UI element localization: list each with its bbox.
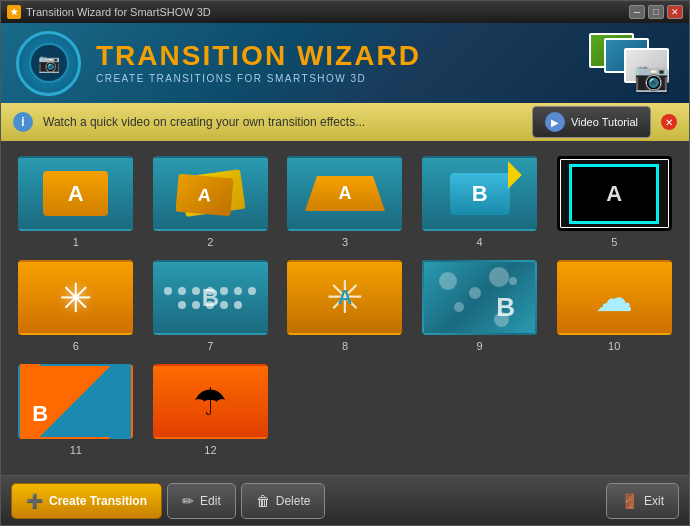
maximize-button[interactable]: □ [648,5,664,19]
transition-label-3: 3 [342,236,348,248]
main-content: A 1 A A 2 A 3 [1,141,689,475]
transition-label-2: 2 [207,236,213,248]
transition-thumb-10[interactable]: ☁ [557,260,672,335]
close-button[interactable]: ✕ [667,5,683,19]
edit-label: Edit [200,494,221,508]
transition-label-11: 11 [70,444,82,456]
info-bar: i Watch a quick video on creating your o… [1,103,689,141]
delete-icon: 🗑 [256,493,270,509]
delete-label: Delete [276,494,311,508]
exit-label: Exit [644,494,664,508]
info-icon: i [13,112,33,132]
list-item[interactable]: A A 2 [151,156,271,248]
transition-thumb-11[interactable]: B [18,364,133,439]
list-item[interactable]: ☁ 10 [554,260,674,352]
list-item[interactable]: ✳ 6 [16,260,136,352]
title-bar: ★ Transition Wizard for SmartSHOW 3D ─ □… [1,1,689,23]
transition-label-1: 1 [73,236,79,248]
transition-label-5: 5 [611,236,617,248]
video-icon: ▶ [545,112,565,132]
list-item[interactable]: B 9 [420,260,540,352]
transition-label-12: 12 [204,444,216,456]
footer: ➕ Create Transition ✏ Edit 🗑 Delete 🚪 Ex… [1,475,689,525]
transition-label-9: 9 [477,340,483,352]
transition-thumb-5[interactable]: A [557,156,672,231]
create-transition-label: Create Transition [49,494,147,508]
header-title-block: TRANSITION WIZARD CREATE TRANSITIONS FOR… [96,42,421,84]
info-message: Watch a quick video on creating your own… [43,115,522,129]
minimize-button[interactable]: ─ [629,5,645,19]
list-item[interactable]: A 3 [285,156,405,248]
list-item[interactable]: A 5 [554,156,674,248]
main-window: ★ Transition Wizard for SmartSHOW 3D ─ □… [0,0,690,526]
list-item[interactable]: B 7 [151,260,271,352]
title-bar-left: ★ Transition Wizard for SmartSHOW 3D [7,5,211,19]
list-item[interactable]: B 11 [16,364,136,456]
transition-label-6: 6 [73,340,79,352]
transition-thumb-4[interactable]: B [422,156,537,231]
exit-button[interactable]: 🚪 Exit [606,483,679,519]
window-title: Transition Wizard for SmartSHOW 3D [26,6,211,18]
exit-icon: 🚪 [621,493,638,509]
app-logo: 📷 [16,31,81,96]
camera-icon: 📷 [38,52,60,74]
edit-button[interactable]: ✏ Edit [167,483,236,519]
list-item[interactable]: B 4 [420,156,540,248]
edit-icon: ✏ [182,493,194,509]
delete-button[interactable]: 🗑 Delete [241,483,326,519]
transition-thumb-9[interactable]: B [422,260,537,335]
close-info-button[interactable]: ✕ [661,114,677,130]
create-icon: ➕ [26,493,43,509]
list-item[interactable]: ✳ A 8 [285,260,405,352]
transition-thumb-1[interactable]: A [18,156,133,231]
header: 📷 TRANSITION WIZARD CREATE TRANSITIONS F… [1,23,689,103]
header-title: TRANSITION WIZARD [96,42,421,70]
header-decoration: 📷 [579,28,679,98]
header-camera-icon: 📷 [634,60,669,93]
create-transition-button[interactable]: ➕ Create Transition [11,483,162,519]
header-subtitle: CREATE TRANSITIONS FOR SMARTSHOW 3D [96,73,421,84]
list-item[interactable]: ☂ 12 [151,364,271,456]
list-item[interactable]: A 1 [16,156,136,248]
transition-thumb-6[interactable]: ✳ [18,260,133,335]
transitions-grid: A 1 A A 2 A 3 [16,156,674,456]
video-tutorial-label: Video Tutorial [571,116,638,128]
transition-label-10: 10 [608,340,620,352]
transition-thumb-8[interactable]: ✳ A [287,260,402,335]
transition-thumb-12[interactable]: ☂ [153,364,268,439]
transition-label-8: 8 [342,340,348,352]
transition-label-7: 7 [207,340,213,352]
title-bar-controls: ─ □ ✕ [629,5,683,19]
transition-thumb-7[interactable]: B [153,260,268,335]
transition-thumb-2[interactable]: A A [153,156,268,231]
transition-label-4: 4 [477,236,483,248]
app-icon: ★ [7,5,21,19]
video-tutorial-button[interactable]: ▶ Video Tutorial [532,106,651,138]
transition-thumb-3[interactable]: A [287,156,402,231]
